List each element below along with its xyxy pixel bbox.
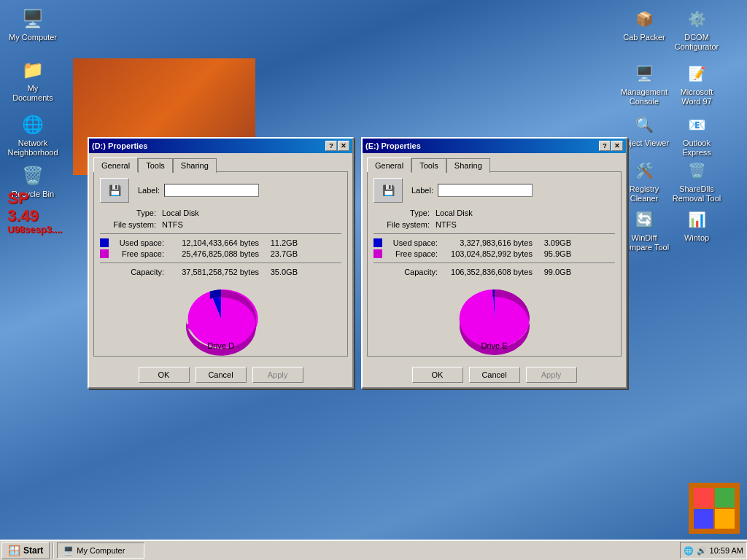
logo-quadrant-green bbox=[715, 488, 735, 508]
e-free-bytes: 103,024,852,992 bytes bbox=[444, 249, 538, 258]
tab-d-sharing[interactable]: Sharing bbox=[173, 158, 217, 173]
dialog-e-content: General Tools Sharing 💾 Label: Type: Loc… bbox=[363, 153, 626, 361]
windows-logo-grid bbox=[694, 488, 735, 529]
desktop-icon-my-computer[interactable]: 🖥️ My Computer bbox=[7, 7, 58, 42]
outlook-label: Outlook Express bbox=[671, 139, 722, 158]
taskbar-separator bbox=[53, 542, 54, 559]
d-cap-label: Capacity: bbox=[112, 268, 170, 276]
dialog-e-tab-content: 💾 Label: Type: Local Disk File system: N… bbox=[367, 171, 622, 357]
recycle-bin-icon: 🗑️ bbox=[21, 164, 44, 187]
tab-d-general[interactable]: General bbox=[93, 158, 138, 172]
desktop-icon-my-documents[interactable]: 📁 My Documents bbox=[7, 58, 58, 103]
cab-packer-label: Cab Packer bbox=[619, 33, 670, 42]
taskbar-my-computer-label: My Computer bbox=[77, 546, 125, 555]
dcom-icon: ⚙️ bbox=[685, 7, 708, 31]
dialog-d-footer: OK Cancel Apply bbox=[89, 361, 352, 387]
dialog-e-help-button[interactable]: ? bbox=[599, 141, 611, 151]
desktop-icon-mgmt-console[interactable]: 🖥️ Management Console bbox=[619, 62, 670, 106]
e-pie-container: Drive E bbox=[374, 282, 615, 350]
dialog-e-close-button[interactable]: ✕ bbox=[611, 141, 623, 151]
e-type-value: Local Disk bbox=[436, 209, 473, 217]
drive-d-icon: 💾 bbox=[100, 178, 129, 203]
taskbar: 🪟 Start 🖥️ My Computer 🌐 🔊 10:59 AM bbox=[0, 540, 747, 560]
my-documents-icon: 📁 bbox=[21, 58, 44, 82]
e-free-gb: 95.9GB bbox=[538, 249, 571, 258]
desktop-icon-network[interactable]: 🌐 Network Neighborhood bbox=[7, 113, 58, 158]
my-documents-label: My Documents bbox=[7, 84, 58, 103]
dialog-e-title-buttons: ? ✕ bbox=[599, 141, 623, 151]
taskbar-my-computer-icon: 🖥️ bbox=[63, 546, 74, 556]
e-cap-gb: 99.0GB bbox=[538, 268, 571, 276]
logo-quadrant-red bbox=[694, 488, 713, 508]
logo-quadrant-yellow bbox=[715, 509, 735, 529]
d-free-gb: 23.7GB bbox=[265, 249, 298, 258]
e-cap-row: Capacity: 106,352,836,608 bytes 99.0GB bbox=[374, 268, 615, 276]
dialog-d-tab-content: 💾 Label: Type: Local Disk File system: N… bbox=[93, 171, 348, 357]
d-label-text: Label: bbox=[138, 186, 160, 195]
network-label: Network Neighborhood bbox=[7, 139, 58, 158]
dialog-e-ok-button[interactable]: OK bbox=[412, 367, 463, 383]
dialog-d-ok-button[interactable]: OK bbox=[139, 367, 190, 383]
d-fs-row: File system: NTFS bbox=[100, 220, 341, 229]
desktop-icon-wintop[interactable]: 📊 Wintop bbox=[671, 208, 722, 243]
dialog-d-help-button[interactable]: ? bbox=[325, 141, 337, 151]
dialog-e-titlebar[interactable]: (E:) Properties ? ✕ bbox=[363, 139, 626, 153]
e-used-gb: 3.09GB bbox=[538, 238, 571, 247]
d-free-row: Free space: 25,476,825,088 bytes 23.7GB bbox=[100, 249, 341, 258]
dialog-d-cancel-button[interactable]: Cancel bbox=[196, 367, 247, 383]
dialog-d-close-button[interactable]: ✕ bbox=[338, 141, 349, 151]
e-fs-value: NTFS bbox=[436, 220, 457, 229]
dialog-d-apply-button[interactable]: Apply bbox=[252, 367, 303, 383]
desktop-icon-cab-packer[interactable]: 📦 Cab Packer bbox=[619, 7, 670, 42]
my-computer-label: My Computer bbox=[7, 33, 58, 42]
dialog-d-title: (D:) Properties bbox=[92, 141, 147, 150]
dialog-d-titlebar[interactable]: (D:) Properties ? ✕ bbox=[89, 139, 352, 153]
e-cap-spacer bbox=[374, 268, 382, 276]
mgmt-console-icon: 🖥️ bbox=[632, 62, 656, 85]
e-fs-row: File system: NTFS bbox=[374, 220, 615, 229]
d-free-color bbox=[100, 249, 109, 258]
d-fs-label: File system: bbox=[100, 220, 162, 229]
wintop-icon: 📊 bbox=[685, 208, 708, 231]
dialog-e-apply-button[interactable]: Apply bbox=[526, 367, 577, 383]
wintop-label: Wintop bbox=[671, 233, 722, 243]
e-fs-label: File system: bbox=[374, 220, 436, 229]
tray-volume-icon: 🔊 bbox=[697, 546, 707, 556]
e-cap-label: Capacity: bbox=[385, 268, 444, 276]
d-label-input[interactable] bbox=[164, 184, 259, 197]
tab-e-sharing[interactable]: Sharing bbox=[446, 158, 490, 173]
tab-e-tools[interactable]: Tools bbox=[411, 158, 446, 173]
desktop-icon-outlook[interactable]: 📧 Outlook Express bbox=[671, 113, 722, 158]
start-label: Start bbox=[23, 545, 43, 556]
d-cap-spacer bbox=[100, 268, 109, 276]
e-type-label: Type: bbox=[374, 209, 436, 217]
dialog-d-properties: (D:) Properties ? ✕ General Tools Sharin… bbox=[88, 137, 354, 389]
d-cap-gb: 35.0GB bbox=[265, 268, 298, 276]
d-label-row: Label: bbox=[138, 184, 259, 197]
dialog-e-cancel-button[interactable]: Cancel bbox=[469, 367, 520, 383]
registry-cleaner-icon: 🛠️ bbox=[632, 159, 656, 182]
dcom-label: DCOM Configurator bbox=[671, 33, 722, 52]
d-pie-container: Drive D bbox=[100, 282, 341, 350]
tab-e-general[interactable]: General bbox=[367, 158, 411, 172]
network-icon: 🌐 bbox=[21, 113, 44, 136]
tab-d-tools[interactable]: Tools bbox=[138, 158, 173, 173]
e-pie-chart bbox=[451, 282, 538, 337]
desktop-icon-ms-word[interactable]: 📝 Microsoft Word 97 bbox=[671, 62, 722, 106]
desktop-icon-dcom[interactable]: ⚙️ DCOM Configurator bbox=[671, 7, 722, 52]
desktop-icon-sharedlls[interactable]: 🗑️ ShareDlls Removal Tool bbox=[671, 159, 722, 203]
d-drive-label: Drive D bbox=[100, 341, 341, 350]
d-used-gb: 11.2GB bbox=[265, 238, 298, 247]
d-pie-chart bbox=[177, 282, 265, 337]
dialog-d-tabs: General Tools Sharing bbox=[93, 158, 348, 172]
e-free-label: Free space: bbox=[385, 249, 444, 258]
d-used-color bbox=[100, 238, 109, 247]
e-label-input[interactable] bbox=[438, 184, 533, 197]
sharedlls-icon: 🗑️ bbox=[685, 159, 708, 182]
taskbar-my-computer[interactable]: 🖥️ My Computer bbox=[57, 542, 144, 559]
windows-logo bbox=[689, 483, 740, 534]
start-button[interactable]: 🪟 Start bbox=[1, 542, 50, 559]
dialog-d-title-buttons: ? ✕ bbox=[325, 141, 349, 151]
mgmt-console-label: Management Console bbox=[619, 88, 670, 106]
d-used-label: Used space: bbox=[112, 238, 170, 247]
